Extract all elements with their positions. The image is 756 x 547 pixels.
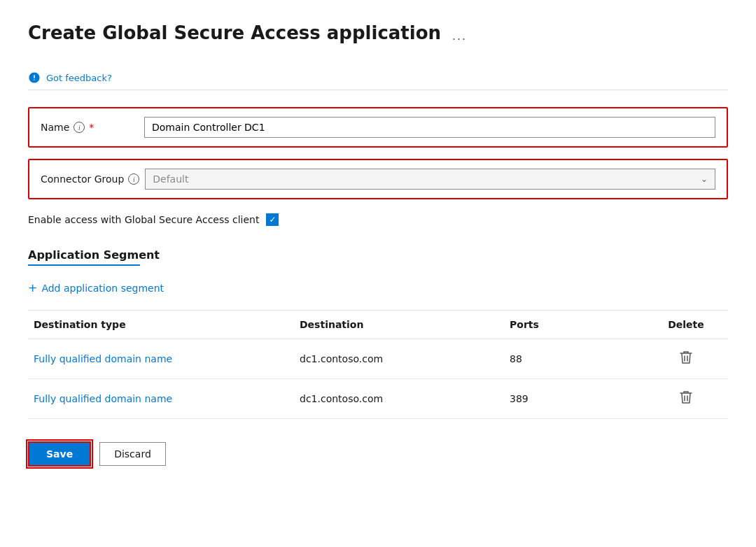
- feedback-link[interactable]: Got feedback?: [28, 66, 728, 90]
- ellipsis-button[interactable]: ···: [449, 31, 470, 46]
- checkmark-icon: ✓: [269, 215, 276, 225]
- name-field-container: Name i *: [28, 107, 728, 148]
- section-underline: [28, 264, 140, 266]
- actions-row: Save Discard: [28, 436, 728, 467]
- connector-info-icon[interactable]: i: [128, 173, 139, 185]
- connector-label: Connector Group i: [41, 173, 139, 185]
- application-segment-section: Application Segment + Add application se…: [28, 248, 728, 419]
- plus-icon: +: [28, 281, 37, 294]
- ports-cell: 88: [504, 339, 644, 379]
- col-header-dest-type: Destination type: [28, 311, 294, 339]
- col-header-destination: Destination: [294, 311, 504, 339]
- feedback-icon: [28, 71, 41, 84]
- section-title: Application Segment: [28, 248, 728, 262]
- connector-placeholder: Default: [153, 173, 188, 185]
- feedback-label: Got feedback?: [46, 73, 112, 83]
- name-info-icon[interactable]: i: [74, 122, 85, 133]
- segments-table: Destination type Destination Ports Delet…: [28, 311, 728, 419]
- name-required-star: *: [89, 122, 94, 133]
- name-label: Name i *: [41, 122, 139, 133]
- col-header-ports: Ports: [504, 311, 644, 339]
- save-button[interactable]: Save: [28, 441, 91, 467]
- delete-icon[interactable]: [680, 350, 692, 367]
- delete-cell: [644, 379, 728, 419]
- table-row: Fully qualified domain namedc1.contoso.c…: [28, 379, 728, 419]
- connector-group-field-container: Connector Group i Default ⌄: [28, 159, 728, 199]
- enable-access-checkbox[interactable]: ✓: [266, 213, 279, 226]
- destination-cell: dc1.contoso.com: [294, 339, 504, 379]
- page-title: Create Global Secure Access application: [28, 22, 441, 43]
- chevron-down-icon: ⌄: [701, 174, 708, 184]
- delete-cell: [644, 339, 728, 379]
- dest-type-link[interactable]: Fully qualified domain name: [34, 393, 172, 404]
- delete-icon[interactable]: [680, 390, 692, 407]
- destination-cell: dc1.contoso.com: [294, 379, 504, 419]
- dest-type-link[interactable]: Fully qualified domain name: [34, 353, 172, 364]
- col-header-delete: Delete: [644, 311, 728, 339]
- table-row: Fully qualified domain namedc1.contoso.c…: [28, 339, 728, 379]
- add-segment-button[interactable]: + Add application segment: [28, 277, 164, 299]
- connector-dropdown[interactable]: Default ⌄: [145, 169, 715, 190]
- name-input[interactable]: [144, 117, 715, 138]
- enable-access-label: Enable access with Global Secure Access …: [28, 214, 259, 225]
- enable-access-row: Enable access with Global Secure Access …: [28, 211, 728, 229]
- add-segment-label: Add application segment: [41, 283, 164, 294]
- ports-cell: 389: [504, 379, 644, 419]
- discard-button[interactable]: Discard: [99, 442, 166, 466]
